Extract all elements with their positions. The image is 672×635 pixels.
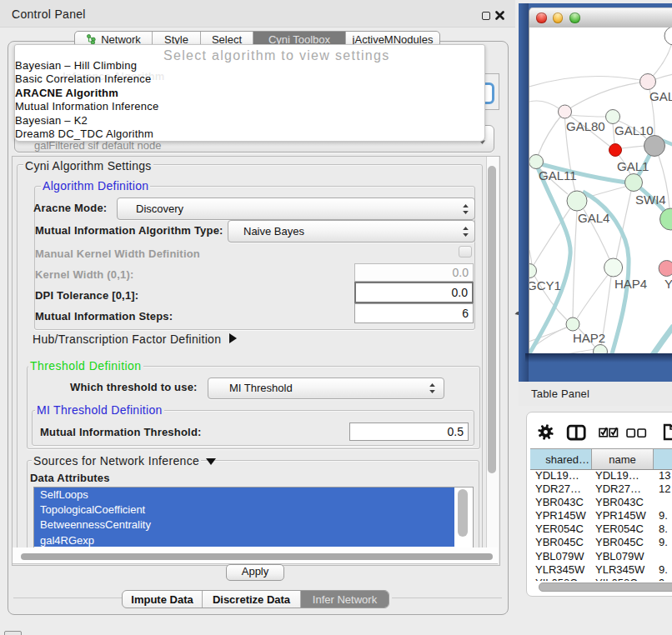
svg-text:GAL1: GAL1 [617,159,649,173]
svg-text:SWI4: SWI4 [635,192,666,207]
svg-text:GAL4: GAL4 [578,211,609,225]
svg-text:HAP4: HAP4 [614,277,647,291]
svg-text:GAL11: GAL11 [539,168,577,182]
svg-text:GAL2: GAL2 [649,89,672,103]
svg-text:GAL80: GAL80 [566,119,605,133]
svg-text:GCY1: GCY1 [529,278,561,292]
svg-text:GAL10: GAL10 [614,123,654,138]
svg-text:HAP2: HAP2 [573,331,605,345]
svg-text:Y: Y [664,277,672,291]
